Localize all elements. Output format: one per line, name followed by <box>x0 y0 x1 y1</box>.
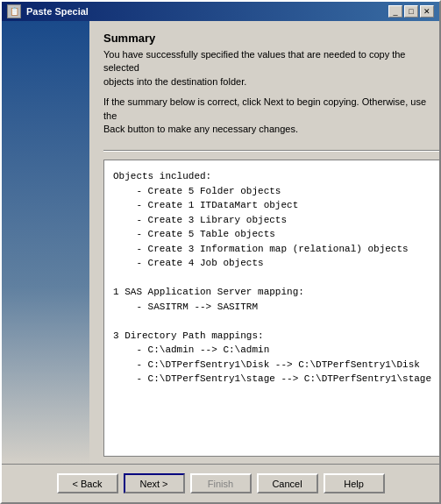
finish-button[interactable]: Finish <box>190 473 252 493</box>
section-title: Summary <box>103 32 439 45</box>
section-description-2: If the summary below is correct, click N… <box>103 96 439 136</box>
cancel-button[interactable]: Cancel <box>257 473 318 493</box>
main-content: Summary You have successfully specified … <box>89 21 439 464</box>
next-button[interactable]: Next > <box>124 473 185 493</box>
paste-special-window: 📋 Paste Special _ □ ✕ Summary You have s… <box>0 0 441 504</box>
window-title: Paste Special <box>26 6 89 17</box>
left-panel <box>2 21 89 464</box>
back-button[interactable]: < Back <box>57 473 118 493</box>
divider <box>103 150 439 151</box>
title-buttons: _ □ ✕ <box>388 5 434 18</box>
minimize-button[interactable]: _ <box>388 5 402 18</box>
summary-box: Objects included: - Create 5 Folder obje… <box>103 160 439 457</box>
section-header: Summary You have successfully specified … <box>103 32 439 136</box>
window-icon: 📋 <box>7 4 21 18</box>
title-bar-text: 📋 Paste Special <box>7 4 89 18</box>
content-area: Summary You have successfully specified … <box>2 21 439 464</box>
maximize-button[interactable]: □ <box>404 5 418 18</box>
title-bar: 📋 Paste Special _ □ ✕ <box>2 2 439 21</box>
close-button[interactable]: ✕ <box>420 5 434 18</box>
help-button[interactable]: Help <box>324 473 385 493</box>
section-description-1: You have successfully specified the valu… <box>103 48 439 89</box>
button-bar: < Back Next > Finish Cancel Help <box>2 464 439 502</box>
